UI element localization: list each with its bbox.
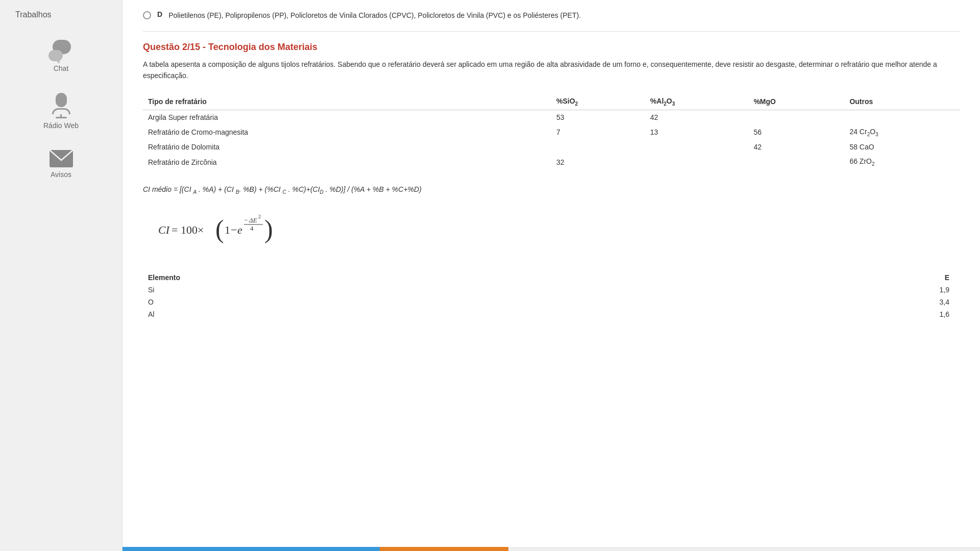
sidebar-item-chat[interactable]: Chat xyxy=(0,35,122,78)
sidebar-chat-label: Chat xyxy=(54,64,69,72)
formula-ci-equation: CI = 100× ( 1 − e − ΔE 2 4 ) xyxy=(153,203,960,256)
al2o3-cromo: 13 xyxy=(645,124,749,140)
table-row: Argila Super refratária 53 42 xyxy=(143,110,960,124)
al2o3-zirconia xyxy=(645,154,749,170)
radio-web-icon xyxy=(52,93,70,118)
outros-cromo: 24 Cr2O3 xyxy=(844,124,960,140)
table-row: Refratário de Dolomita 42 58 CaO xyxy=(143,140,960,154)
tipo-cromo: Refratário de Cromo-magnesita xyxy=(143,124,551,140)
sio2-argila: 53 xyxy=(551,110,645,124)
tipo-zirconia: Refratário de Zircônia xyxy=(143,154,551,170)
elemento-table: Elemento E Si 1,9 O 3,4 Al 1,6 xyxy=(143,271,960,320)
question-description: A tabela apesenta a composição de alguns… xyxy=(143,59,960,82)
e-o: 3,4 xyxy=(655,296,960,308)
table-row: Si 1,9 xyxy=(143,284,960,296)
sidebar-radio-label: Rádio Web xyxy=(43,121,79,130)
option-d-radio[interactable] xyxy=(143,11,151,19)
svg-text:CI: CI xyxy=(158,223,170,236)
sidebar-title: Trabalhos xyxy=(0,10,52,19)
refractory-table: Tipo de refratário %SiO2 %Al2O3 %MgO Out… xyxy=(143,94,960,170)
sidebar-avisos-label: Avisos xyxy=(51,170,71,179)
option-d-letter: D xyxy=(157,10,162,18)
outros-argila xyxy=(844,110,960,124)
svg-text:−: − xyxy=(231,223,237,236)
main-content: D Polietilenos (PE), Polipropilenos (PP)… xyxy=(122,0,980,551)
table-row: O 3,4 xyxy=(143,296,960,308)
tipo-dolomita: Refratário de Dolomita xyxy=(143,140,551,154)
svg-text:e: e xyxy=(237,223,242,236)
elemento-header-row: Elemento E xyxy=(143,271,960,284)
sio2-zirconia: 32 xyxy=(551,154,645,170)
e-al: 1,6 xyxy=(655,308,960,320)
progress-blue xyxy=(122,547,380,551)
col-mgo: %MgO xyxy=(748,94,844,110)
outros-zirconia: 66 ZrO2 xyxy=(844,154,960,170)
table-row: Al 1,6 xyxy=(143,308,960,320)
svg-text:1: 1 xyxy=(225,223,230,236)
svg-text:ΔE: ΔE xyxy=(249,216,257,224)
chat-icon xyxy=(48,40,74,61)
col-al2o3: %Al2O3 xyxy=(645,94,749,110)
option-d-row: D Polietilenos (PE), Polipropilenos (PP)… xyxy=(143,10,960,21)
question-title: Questão 2/15 - Tecnologia dos Materiais xyxy=(143,42,960,53)
elemento-section: Elemento E Si 1,9 O 3,4 Al 1,6 xyxy=(143,271,960,320)
formula-ci-medio: CI médio = [(CI A . %A) + (CI B. %B) + (… xyxy=(143,185,960,195)
mgo-cromo: 56 xyxy=(748,124,844,140)
col-elemento: Elemento xyxy=(143,271,655,284)
sio2-cromo: 7 xyxy=(551,124,645,140)
section-separator xyxy=(143,31,960,32)
tipo-argila: Argila Super refratária xyxy=(143,110,551,124)
sidebar: Trabalhos Chat Rádio Web Avisos xyxy=(0,0,122,551)
svg-text:2: 2 xyxy=(258,214,261,219)
mgo-argila xyxy=(748,110,844,124)
sio2-dolomita xyxy=(551,140,645,154)
svg-text:4: 4 xyxy=(250,224,254,232)
mgo-dolomita: 42 xyxy=(748,140,844,154)
al2o3-argila: 42 xyxy=(645,110,749,124)
elemento-o: O xyxy=(143,296,655,308)
svg-text:): ) xyxy=(264,215,273,243)
al2o3-dolomita xyxy=(645,140,749,154)
col-outros: Outros xyxy=(844,94,960,110)
elemento-si: Si xyxy=(143,284,655,296)
col-sio2: %SiO2 xyxy=(551,94,645,110)
svg-text:= 100×: = 100× xyxy=(172,223,204,236)
elemento-al: Al xyxy=(143,308,655,320)
e-si: 1,9 xyxy=(655,284,960,296)
option-d-text: Polietilenos (PE), Polipropilenos (PP), … xyxy=(168,10,581,21)
outros-dolomita: 58 CaO xyxy=(844,140,960,154)
sidebar-item-avisos[interactable]: Avisos xyxy=(0,145,122,184)
mail-icon xyxy=(50,150,73,167)
formula-section: CI médio = [(CI A . %A) + (CI B. %B) + (… xyxy=(143,185,960,256)
svg-text:−: − xyxy=(244,216,248,224)
svg-text:(: ( xyxy=(215,215,224,243)
mgo-zirconia xyxy=(748,154,844,170)
progress-orange xyxy=(380,547,508,551)
col-e: E xyxy=(655,271,960,284)
progress-bar xyxy=(122,547,980,551)
sidebar-item-radio-web[interactable]: Rádio Web xyxy=(0,88,122,135)
table-header-row: Tipo de refratário %SiO2 %Al2O3 %MgO Out… xyxy=(143,94,960,110)
table-row: Refratário de Zircônia 32 66 ZrO2 xyxy=(143,154,960,170)
table-row: Refratário de Cromo-magnesita 7 13 56 24… xyxy=(143,124,960,140)
col-tipo: Tipo de refratário xyxy=(143,94,551,110)
